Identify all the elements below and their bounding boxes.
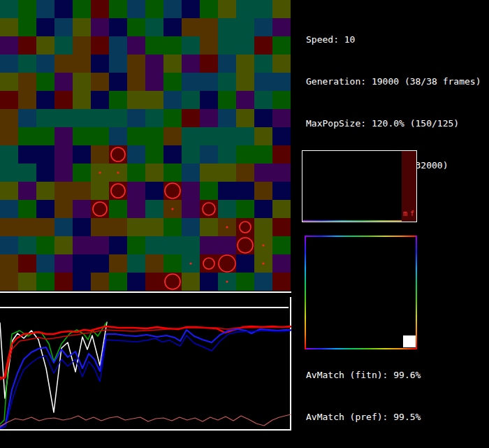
grid-cell	[254, 218, 272, 236]
grid-cell	[0, 109, 18, 127]
male-label: m	[403, 210, 410, 217]
grid-cell	[36, 18, 54, 36]
grid-cell	[272, 91, 291, 109]
grid-cell	[182, 273, 200, 291]
grid-cell	[218, 164, 236, 182]
grid-cell	[272, 145, 291, 164]
grid-cell	[254, 91, 272, 109]
grid-cell	[18, 145, 36, 164]
creature-dot[interactable]	[226, 280, 228, 282]
grid-cell	[236, 200, 254, 218]
grid-cell	[73, 236, 91, 254]
grid-cell	[54, 200, 73, 218]
grid-cell	[200, 91, 218, 109]
grid-cell	[272, 55, 291, 73]
grid-cell	[218, 73, 236, 91]
grid-cell	[145, 36, 163, 55]
grid-cell	[54, 164, 73, 182]
creature-dot[interactable]	[98, 171, 101, 173]
grid-cell	[91, 109, 109, 127]
grid-cell	[200, 0, 218, 18]
grid-cell	[54, 36, 73, 55]
female-label: f	[410, 210, 417, 217]
grid-cell	[163, 254, 182, 273]
world-bottom-border	[0, 291, 291, 293]
sex-labels: mf	[403, 210, 417, 217]
grid-cell	[91, 36, 109, 55]
grid-cell	[73, 164, 91, 182]
grid-cell	[109, 55, 127, 73]
grid-cell	[145, 182, 163, 200]
grid-cell	[36, 164, 54, 182]
stat-speed: Speed: 10	[306, 33, 488, 47]
chart-series-red-upper-metric	[0, 326, 291, 378]
grid-cell	[236, 273, 254, 291]
grid-cell	[236, 164, 254, 182]
creature-dot[interactable]	[171, 208, 173, 210]
grid-cell	[54, 145, 73, 164]
grid-cell	[200, 127, 218, 145]
grid-cell	[127, 109, 145, 127]
grid-cell	[0, 55, 18, 73]
grid-cell	[18, 91, 36, 109]
preference-border-top	[305, 236, 417, 237]
grid-cell	[54, 91, 73, 109]
grid-cell	[163, 218, 182, 236]
chart-series-blue-upper-metric	[0, 329, 291, 428]
grid-cell	[254, 36, 272, 55]
grid-cell	[18, 182, 36, 200]
grid-cell	[18, 218, 36, 236]
grid-cell	[145, 109, 163, 127]
preference-plot-box	[305, 236, 417, 349]
creature-dot[interactable]	[262, 262, 264, 264]
grid-cell	[109, 236, 127, 254]
chart-series-salmon-metric	[0, 414, 291, 426]
population-cluster-marker	[403, 335, 416, 347]
grid-cell	[163, 55, 182, 73]
grid-cell	[163, 0, 182, 18]
grid-cell	[127, 200, 145, 218]
grid-cell	[109, 0, 127, 18]
grid-cell	[0, 18, 18, 36]
creature-dot[interactable]	[117, 171, 119, 173]
grid-cell	[182, 18, 200, 36]
grid-cell	[218, 236, 236, 254]
grid-cell	[0, 36, 18, 55]
grid-cell	[127, 73, 145, 91]
grid-cell	[218, 145, 236, 164]
grid-cell	[36, 127, 54, 145]
grid-cell	[18, 0, 36, 18]
grid-cell	[182, 36, 200, 55]
grid-cell	[109, 254, 127, 273]
grid-cell	[200, 164, 218, 182]
grid-cell	[0, 273, 18, 291]
stats-panel: Speed: 10 Generation: 19000 (38/38 frame…	[306, 5, 488, 448]
history-chart	[0, 308, 291, 429]
grid-cell	[236, 18, 254, 36]
grid-cell	[145, 273, 163, 291]
grid-cell	[145, 218, 163, 236]
grid-cell	[236, 254, 254, 273]
grid-cell	[272, 18, 291, 36]
grid-cell	[127, 18, 145, 36]
grid-cell	[163, 236, 182, 254]
grid-cell	[182, 182, 200, 200]
grid-cell	[91, 182, 109, 200]
grid-cell	[91, 18, 109, 36]
chart-series-blue-lower-metric	[0, 331, 291, 429]
grid-cell	[145, 73, 163, 91]
creature-dot[interactable]	[189, 262, 191, 264]
grid-cell	[127, 164, 145, 182]
grid-cell	[36, 91, 54, 109]
grid-cell	[200, 55, 218, 73]
grid-cell	[36, 218, 54, 236]
grid-cell	[272, 273, 291, 291]
creature-dot[interactable]	[226, 226, 228, 228]
chart-bottom-border	[0, 429, 291, 431]
creature-dot[interactable]	[262, 244, 264, 246]
grid-cell	[36, 0, 54, 18]
grid-cell	[109, 273, 127, 291]
grid-cell	[127, 91, 145, 109]
grid-cell	[109, 18, 127, 36]
world-grid[interactable]	[0, 0, 291, 291]
